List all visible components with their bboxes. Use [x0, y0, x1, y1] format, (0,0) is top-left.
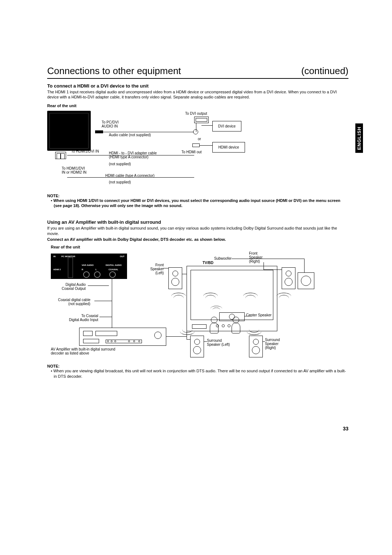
label-audio-cable: Audio cable (not supplied)	[109, 133, 151, 137]
hdmi-connector-icon	[192, 143, 200, 147]
label-not-supplied-2: (not supplied)	[109, 180, 131, 184]
section1-body: The HDMI 1 input receives digital audio …	[47, 89, 348, 100]
line	[88, 285, 109, 286]
panel-in: IN	[53, 255, 56, 258]
surround-right-speaker-icon	[249, 336, 263, 357]
sound-wave-icon	[211, 306, 222, 312]
sound-wave-icon	[203, 293, 218, 300]
vga-port-icon	[68, 258, 73, 278]
section2-heading: Using an AV Amplifier with built-in digi…	[47, 219, 348, 225]
line	[232, 259, 304, 259]
label-hdmi-cable: HDMI cable (type A connector)	[105, 174, 155, 178]
section1-note-label: NOTE:	[47, 194, 348, 198]
panel-varaudio: VAR AUDIO	[82, 264, 94, 266]
sound-wave-icon	[247, 328, 261, 335]
line	[201, 125, 212, 126]
section2-bold-line: Connect an AV amplifier with built-in Do…	[47, 237, 348, 242]
audio-jack-round-icon	[193, 129, 198, 134]
line	[182, 274, 187, 274]
page-header: Connections to other equipment (continue…	[47, 65, 348, 79]
av-amplifier-icon	[79, 328, 166, 346]
line	[187, 339, 190, 340]
line	[166, 336, 187, 337]
hdmi-ports-icon	[55, 152, 66, 159]
line	[163, 268, 168, 268]
section2-note-label: NOTE:	[47, 364, 348, 368]
label-front-right: Front Speaker (Right)	[249, 251, 262, 263]
label-to-hdmi-out: To HDMI out	[181, 150, 202, 154]
header-continued: (continued)	[301, 65, 348, 77]
line	[200, 145, 212, 146]
label-to-hdmi1-or-2: To HDMI1/DVI IN or HDMI2 IN	[62, 166, 86, 174]
label-tvbd: TV/BD	[203, 261, 213, 265]
label-to-hdmi1-dvi-in: To HDMI1/DVI IN	[71, 149, 99, 153]
rca-port-icon	[83, 271, 90, 278]
panel-digaudio: DIGITAL AUDIO	[106, 264, 122, 266]
label-or: or	[198, 137, 201, 141]
line	[204, 341, 207, 342]
sound-wave-icon	[243, 293, 258, 300]
coax-port-icon	[109, 271, 116, 278]
line	[304, 259, 305, 272]
spacer	[47, 208, 348, 218]
page-number: 33	[343, 426, 348, 432]
listener-icon	[207, 317, 221, 335]
label-front-left: Front Speaker (Left)	[150, 263, 164, 275]
line	[264, 270, 282, 270]
section2-rear-label: Rear of the unit	[51, 245, 348, 249]
line	[112, 279, 112, 330]
label-to-dvi-output: To DVI output	[185, 112, 207, 116]
diagram-hdmi-dvi: To PC/DVI AUDIO IN Audio cable (not supp…	[47, 110, 309, 190]
dvi-connector-icon	[194, 117, 209, 123]
line	[103, 132, 194, 132]
label-hdmi-device: HDMI device	[218, 145, 239, 149]
line	[94, 301, 112, 301]
listener-icon	[229, 317, 243, 335]
line	[263, 341, 265, 342]
label-to-coax-input: To Coaxial Digital Audio Input	[69, 314, 98, 322]
audio-jack-icon	[95, 130, 103, 133]
panel-coax: COAXIAL	[109, 268, 118, 271]
header-title: Connections to other equipment	[47, 65, 181, 77]
label-center: Center Speaker	[246, 313, 271, 317]
line	[187, 274, 187, 339]
subwoofer-icon	[298, 272, 314, 289]
label-surround-left: Surround Speaker (Left)	[207, 339, 230, 347]
front-left-speaker-icon	[168, 267, 182, 289]
label-subwoofer: Subwoofer	[214, 256, 232, 260]
panel-out: OUT	[120, 255, 124, 258]
section1-note-text: • When using HDMI 1/DVI to connect your …	[47, 198, 348, 209]
front-right-speaker-icon	[282, 267, 295, 289]
panel-l: L	[95, 268, 97, 271]
surround-left-speaker-icon	[190, 336, 204, 357]
panel-r: R	[82, 268, 83, 271]
label-av-amp: AV Amplifier with built-in digital surro…	[51, 347, 115, 355]
document-page: Connections to other equipment (continue…	[0, 0, 392, 401]
panel-hdmi2: HDMI 2	[53, 268, 61, 271]
label-hdmi-dvi-adapter: HDMI - to - DVI adapter cable (HDMI type…	[109, 151, 157, 159]
label-to-pcdvi-audio-in: To PC/DVI AUDIO IN	[102, 120, 119, 128]
section2-note-text: • When you are viewing digital broadcast…	[47, 368, 348, 379]
label-not-supplied-1: (not supplied)	[109, 162, 131, 166]
sound-wave-icon	[277, 293, 291, 300]
line	[196, 123, 196, 132]
label-digital-audio-coax-out: Digital Audio Coaxial Output	[62, 283, 86, 291]
label-coax-cable: Coaxial digital cable (not supplied)	[58, 298, 90, 306]
label-dvi-device: DVI device	[218, 124, 236, 128]
language-tab: ENGLISH	[355, 123, 363, 153]
diagram-av-amplifier: IN PC MONITOR OUT HDMI 2 VAR AUDIO R L D…	[47, 251, 316, 360]
dvi-device-box: DVI device	[212, 121, 241, 131]
unit-rear-panel-icon	[47, 111, 91, 151]
sound-wave-icon	[171, 293, 186, 300]
sound-wave-icon	[180, 328, 195, 335]
section1-rear-label: Rear of the unit	[47, 104, 348, 108]
line	[245, 316, 252, 316]
label-surround-right: Surround Speaker (Right)	[265, 338, 280, 350]
unit-rear-panel2-icon: IN PC MONITOR OUT HDMI 2 VAR AUDIO R L D…	[51, 254, 127, 279]
line	[264, 262, 264, 270]
rca-port-icon	[94, 271, 101, 278]
hdmi-device-box: HDMI device	[212, 142, 245, 153]
section1-heading: To connect a HDMI or a DVI device to the…	[47, 83, 348, 89]
line	[99, 317, 112, 317]
section2-body: If you are using an Amplifier with built…	[47, 226, 348, 236]
